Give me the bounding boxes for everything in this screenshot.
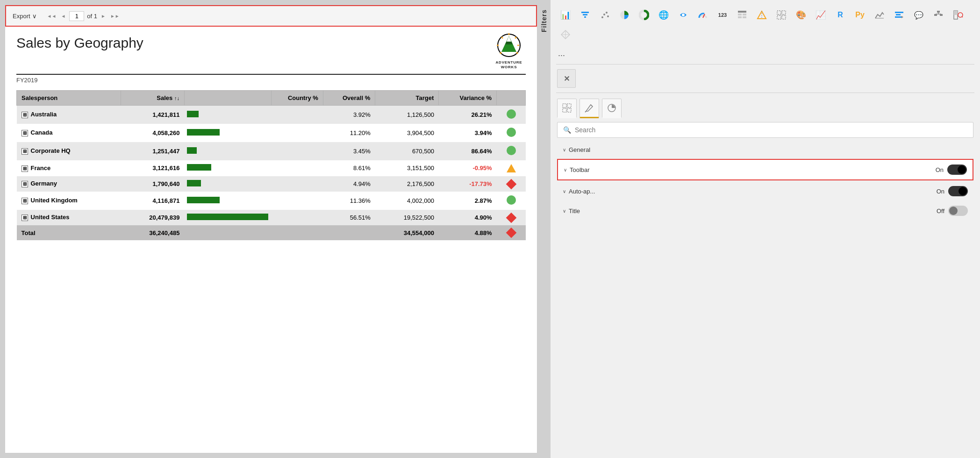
settings-row-title[interactable]: ∨ Title Off	[557, 201, 973, 221]
export-button[interactable]: Export ∨	[13, 13, 37, 20]
globe-icon[interactable]: 🌐	[654, 6, 673, 24]
row-country-pct	[271, 210, 323, 225]
row-status	[497, 105, 526, 124]
table-row: ⊞United Kingdom 4,116,871 11.36% 4,002,0…	[17, 192, 526, 210]
qa-icon[interactable]: 💬	[909, 6, 928, 24]
svg-rect-39	[937, 11, 940, 13]
gauge-icon[interactable]	[694, 6, 712, 24]
custom-viz-icon[interactable]	[949, 6, 967, 24]
funnel-icon[interactable]	[576, 6, 594, 24]
expand-icon[interactable]: ⊞	[21, 215, 28, 221]
settings-row-toolbar[interactable]: ∨ Toolbar On	[557, 159, 973, 180]
line-chart-icon[interactable]	[870, 6, 889, 24]
col-sales[interactable]: Sales ↑↓	[121, 90, 184, 105]
format-tab-grid[interactable]	[557, 99, 577, 118]
row-bar	[184, 142, 271, 160]
expand-icon[interactable]: ⊞	[21, 112, 28, 118]
data-table: Salesperson Sales ↑↓ Country % Overall %…	[16, 90, 526, 241]
row-name: ⊞Corporate HQ	[17, 142, 121, 160]
chevron-down-icon: ∨	[563, 147, 566, 152]
autoap-value: On	[937, 188, 944, 195]
row-name: ⊞Germany	[17, 176, 121, 192]
report-content: Sales by Geography	[5, 27, 537, 453]
bar-chart-icon[interactable]: 📊	[556, 6, 575, 24]
search-input[interactable]	[575, 126, 967, 134]
svg-rect-26	[738, 16, 742, 18]
svg-point-17	[607, 15, 609, 17]
row-variance: -17.73%	[439, 176, 497, 192]
settings-row-autoap[interactable]: ∨ Auto-ap... On	[557, 181, 973, 201]
row-sales: 1,421,811	[121, 105, 184, 124]
format-tabs	[553, 95, 977, 120]
nav-last-button[interactable]: ►►	[109, 13, 121, 20]
row-sales: 4,116,871	[121, 192, 184, 210]
toolbar-toggle[interactable]	[947, 165, 967, 175]
col-bar	[184, 90, 271, 105]
table-row: ⊞Australia 1,421,811 3.92% 1,126,500 26.…	[17, 105, 526, 124]
row-bar	[184, 210, 271, 225]
nav-prev-button[interactable]: ◄	[60, 13, 66, 20]
grid-icon[interactable]	[772, 6, 791, 24]
decomp-tree-icon[interactable]	[929, 6, 948, 24]
svg-rect-54	[563, 108, 566, 112]
nav-first-button[interactable]: ◄◄	[46, 13, 57, 20]
expand-icon[interactable]: ⊞	[21, 198, 28, 204]
row-sales: 1,790,640	[121, 176, 184, 192]
row-sales: 20,479,839	[121, 210, 184, 225]
viz-icons-section: 📊	[553, 4, 977, 46]
paint-icon[interactable]: 🎨	[792, 6, 810, 24]
chevron-down-icon-toolbar: ∨	[564, 167, 567, 172]
row-target: 670,500	[375, 142, 439, 160]
expand-icon[interactable]: ⊞	[21, 130, 28, 136]
search-container: 🔍	[557, 122, 973, 138]
nav-next-button[interactable]: ►	[100, 13, 107, 20]
svg-point-16	[606, 12, 608, 14]
table-icon[interactable]	[733, 6, 751, 24]
svg-rect-33	[782, 15, 786, 19]
row-status-total	[497, 225, 526, 241]
expand-icon[interactable]: ⊞	[21, 181, 28, 187]
expand-icon[interactable]: ⊞	[21, 165, 28, 172]
page-nav: ◄◄ ◄ of 1 ► ►►	[46, 11, 121, 21]
page-number-input[interactable]	[69, 11, 84, 21]
title-toggle[interactable]	[948, 206, 968, 216]
r-script-icon[interactable]: R	[831, 6, 850, 24]
donut-chart-icon[interactable]	[635, 6, 653, 24]
col-status	[497, 90, 526, 105]
logo-text: ADVENTURE WORKS	[496, 60, 522, 70]
title-value: Off	[937, 208, 944, 215]
row-country-pct	[271, 142, 323, 160]
row-bar-total	[184, 225, 271, 241]
autoap-toggle[interactable]	[948, 186, 968, 196]
row-target: 19,522,500	[375, 210, 439, 225]
svg-point-14	[601, 16, 603, 18]
analytics-icon[interactable]: 📈	[811, 6, 830, 24]
format-tab-paint[interactable]	[579, 99, 599, 118]
pie-chart-icon[interactable]	[615, 6, 634, 24]
svg-rect-37	[895, 16, 901, 18]
col-variance: Variance %	[439, 90, 497, 105]
diamond-icon[interactable]	[556, 25, 575, 44]
row-status	[497, 210, 526, 225]
number-123-icon[interactable]: 123	[713, 6, 732, 24]
svg-marker-38	[901, 16, 903, 18]
scatter-icon[interactable]	[595, 6, 614, 24]
row-status	[497, 192, 526, 210]
triangle-chart-icon[interactable]	[752, 6, 771, 24]
col-target: Target	[375, 90, 439, 105]
settings-row-general[interactable]: ∨ General	[557, 142, 973, 158]
key-influencer-icon[interactable]	[890, 6, 908, 24]
row-country-pct-total	[271, 225, 323, 241]
close-panel-button[interactable]: ✕	[557, 69, 576, 88]
row-bar	[184, 160, 271, 176]
svg-rect-24	[738, 14, 742, 15]
report-subtitle: FY2019	[16, 77, 526, 84]
row-variance: -0.95%	[439, 160, 497, 176]
row-target: 3,904,500	[375, 124, 439, 142]
row-overall-pct: 3.92%	[323, 105, 375, 124]
expand-icon[interactable]: ⊞	[21, 148, 28, 155]
format-tab-analytics[interactable]	[602, 99, 622, 118]
arrow-icon[interactable]	[674, 6, 693, 24]
row-target: 2,176,500	[375, 176, 439, 192]
python-icon[interactable]: Py	[851, 6, 869, 24]
